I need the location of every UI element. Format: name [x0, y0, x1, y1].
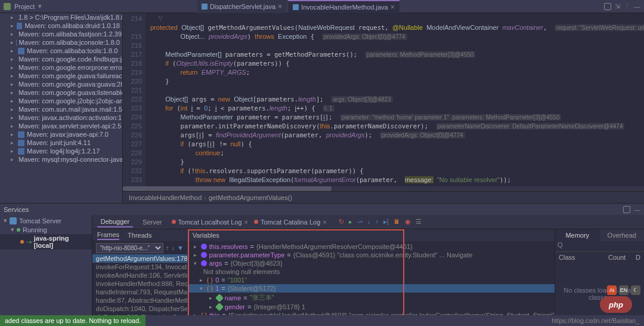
status-bar: aded classes are up to date. Nothing to … [0, 315, 644, 326]
tab-debugger[interactable]: Debugger [97, 217, 133, 227]
badge-ai[interactable]: Ai [607, 285, 617, 295]
step-over-icon[interactable]: ⤻ [357, 218, 363, 226]
editor-tab-invocable[interactable]: InvocableHandlerMethod.java × [288, 0, 400, 13]
badge-en[interactable]: EN [619, 285, 628, 295]
frames-tab[interactable]: Frames [97, 231, 119, 240]
php-watermark: php [600, 296, 632, 313]
close-icon[interactable]: × [278, 2, 282, 11]
tab-memory[interactable]: Memory [555, 229, 600, 241]
code-area[interactable]: */ protected Object[] getMethodArgumentV… [145, 13, 644, 186]
prev-frame-icon[interactable]: ↑ [166, 244, 169, 251]
step-into-icon[interactable]: ↓ [367, 218, 371, 226]
run-to-cursor-icon[interactable]: ▸| [383, 218, 389, 226]
target-icon[interactable] [604, 3, 611, 10]
tab-label: InvocableHandlerMethod.java [301, 4, 388, 11]
badge-moon[interactable]: ☾ [631, 285, 640, 295]
evaluate-icon[interactable]: 🖩 [394, 218, 400, 226]
rerun-icon[interactable]: ↻ [339, 218, 344, 226]
running-icon [17, 228, 20, 232]
title-bar: Project ▾ ⇲ ⋮ — DispatcherServlet.java ×… [0, 0, 644, 13]
line-gutter: 214 215 216 217 218 219 220 221 222 223 … [123, 13, 145, 186]
services-header: Services — [0, 203, 644, 215]
memory-panel: Memory Overhead Q ClassCountD No classes… [555, 229, 644, 325]
tab-localhost-log[interactable]: Tomcat Localhost Log× [172, 219, 248, 226]
threads-tab[interactable]: Threads [128, 232, 151, 239]
project-label[interactable]: Project [14, 3, 35, 10]
horizontal-scrollbar[interactable] [123, 186, 644, 191]
expand-icon[interactable]: ⇲ [615, 2, 620, 10]
java-file-icon [293, 4, 299, 10]
close-icon[interactable]: × [391, 3, 395, 11]
services-label[interactable]: Services [4, 206, 29, 213]
tab-overhead[interactable]: Overhead [600, 229, 645, 241]
hide-icon[interactable]: — [634, 206, 640, 213]
memory-search[interactable]: Q [555, 241, 644, 252]
code-editor[interactable]: 214 215 216 217 218 219 220 221 222 223 … [123, 13, 644, 203]
thread-select[interactable]: "http-nio-8080-e..." [96, 243, 163, 253]
status-message: aded classes are up to date. Nothing to … [0, 315, 145, 326]
tab-label: DispatcherServlet.java [210, 3, 275, 10]
run-configurations-tree[interactable]: ▾Tomcat Server ▾Running ⇢java-spring [lo… [0, 215, 92, 325]
variables-label: Variables [193, 232, 219, 239]
frames-list[interactable]: getMethodArgumentValues:178, Invoca invo… [92, 254, 187, 325]
debug-tabs: Debugger Server Tomcat Localhost Log× To… [92, 215, 644, 229]
view-breakpoints-icon[interactable]: ☰ [416, 218, 422, 226]
project-icon [4, 3, 11, 10]
step-out-icon[interactable]: ↑ [375, 218, 379, 226]
breadcrumb-class[interactable]: InvocableHandlerMethod [129, 194, 202, 201]
resume-icon[interactable]: ▸ [349, 218, 352, 226]
breadcrumb[interactable]: InvocableHandlerMethod › getMethodArgume… [123, 191, 644, 203]
debug-panel: ▾Tomcat Server ▾Running ⇢java-spring [lo… [0, 215, 644, 325]
hide-icon[interactable]: — [634, 3, 640, 10]
config-icon [20, 240, 24, 244]
variables-tree[interactable]: ▸this.resolvers = {HandlerMethodArgument… [188, 241, 555, 325]
filter-icon[interactable]: ▼ [177, 244, 184, 251]
source-link: https://blog.csdn.net/Baisitao_ [547, 317, 644, 324]
main-area: ▸1.8 > C:\Program Files\Java\jdk1.8.0_1.… [0, 13, 644, 203]
breadcrumb-method[interactable]: getMethodArgumentValues() [209, 194, 292, 201]
settings-icon[interactable]: ⋮ [624, 2, 630, 10]
java-file-icon [202, 4, 208, 10]
frames-panel: Frames Threads "http-nio-8080-e..." ↑ ↓ … [92, 229, 188, 325]
settings-icon[interactable] [623, 206, 630, 213]
next-frame-icon[interactable]: ↓ [171, 244, 175, 251]
editor-tab-dispatcher[interactable]: DispatcherServlet.java × [197, 0, 287, 13]
tab-catalina-log[interactable]: Tomcat Catalina Log× [254, 219, 327, 226]
variables-panel: Variables ▸this.resolvers = {HandlerMeth… [188, 229, 555, 325]
mute-breakpoints-icon[interactable]: ◉ [405, 218, 411, 226]
project-tree[interactable]: ▸1.8 > C:\Program Files\Java\jdk1.8.0_1.… [0, 13, 123, 203]
tab-server[interactable]: Server [139, 217, 165, 227]
